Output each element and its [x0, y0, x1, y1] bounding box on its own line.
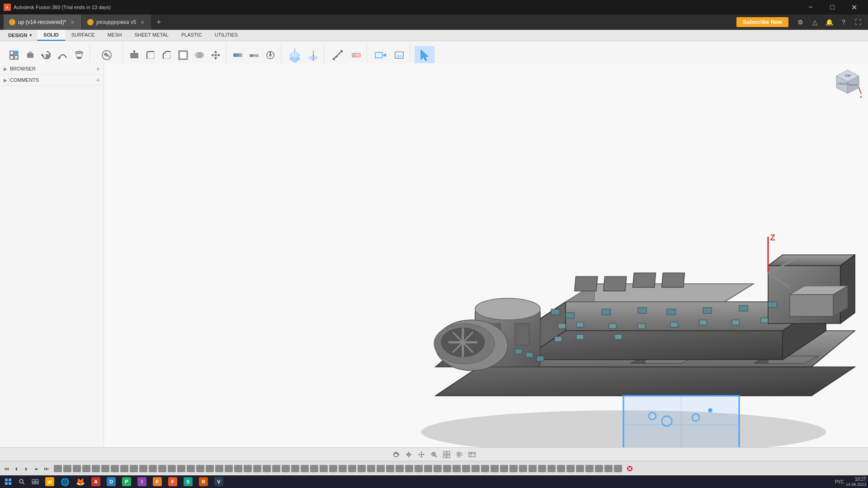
- taskbar-app-2[interactable]: D: [104, 475, 118, 488]
- timeline-icon-24[interactable]: [272, 465, 280, 472]
- as-built-joint-button[interactable]: [246, 48, 262, 62]
- timeline-icon-21[interactable]: [244, 465, 252, 472]
- timeline-icon-52[interactable]: [538, 465, 546, 472]
- timeline-icon-11[interactable]: [149, 465, 157, 472]
- timeline-icon-37[interactable]: [396, 465, 404, 472]
- taskbar-app-4[interactable]: I: [135, 475, 149, 488]
- taskbar-app-chrome[interactable]: 🌐: [58, 475, 72, 488]
- automate-button[interactable]: [97, 46, 117, 64]
- settings-icon[interactable]: ⚙: [794, 16, 807, 28]
- timeline-icon-25[interactable]: [282, 465, 290, 472]
- add-tab-button[interactable]: +: [152, 14, 165, 30]
- timeline-icon-54[interactable]: [557, 465, 565, 472]
- timeline-icon-12[interactable]: [158, 465, 166, 472]
- subscribe-button[interactable]: Subscribe Now: [736, 17, 788, 27]
- viewport[interactable]: Z X TOP RIGHT FRONT: [104, 63, 868, 461]
- ribbon-tab-mesh[interactable]: MESH: [101, 30, 128, 41]
- timeline-play-button[interactable]: ⏵: [22, 464, 31, 473]
- timeline-icon-41[interactable]: [434, 465, 442, 472]
- combine-button[interactable]: [192, 48, 207, 62]
- timeline-icon-28[interactable]: [310, 465, 318, 472]
- timeline-icon-33[interactable]: [358, 465, 366, 472]
- timeline-icon-10[interactable]: [139, 465, 147, 472]
- timeline-icon-27[interactable]: [301, 465, 309, 472]
- ribbon-tab-surface[interactable]: SURFACE: [65, 30, 101, 41]
- ribbon-tab-solid[interactable]: SOLID: [37, 30, 65, 41]
- timeline-icon-16[interactable]: [196, 465, 204, 472]
- orbit-button[interactable]: [391, 449, 401, 460]
- timeline-icon-38[interactable]: [405, 465, 413, 472]
- start-button[interactable]: [2, 475, 14, 488]
- insert-derive-button[interactable]: [371, 46, 391, 64]
- new-component-button[interactable]: +: [6, 48, 22, 62]
- browser-plus-icon[interactable]: +: [96, 65, 100, 72]
- timeline-icon-2[interactable]: [63, 465, 71, 472]
- sidebar-item-browser[interactable]: ▶ BROWSER +: [0, 63, 104, 75]
- timeline-icon-23[interactable]: [263, 465, 271, 472]
- timeline-icon-44[interactable]: [462, 465, 470, 472]
- minimize-button[interactable]: −: [800, 0, 821, 14]
- taskbar-app-7[interactable]: R: [196, 475, 211, 488]
- timeline-icon-22[interactable]: [253, 465, 261, 472]
- chamfer-button[interactable]: [159, 48, 175, 62]
- timeline-prev-button[interactable]: ⏴: [12, 464, 21, 473]
- timeline-icon-47[interactable]: [491, 465, 499, 472]
- shell-button[interactable]: [175, 48, 191, 62]
- timeline-icon-40[interactable]: [424, 465, 432, 472]
- timeline-end-button[interactable]: [625, 464, 634, 473]
- timeline-icon-45[interactable]: [472, 465, 480, 472]
- loft-button[interactable]: [71, 48, 87, 62]
- timeline-icon-14[interactable]: [177, 465, 185, 472]
- revolve-button[interactable]: [39, 48, 54, 62]
- joint-button[interactable]: [230, 48, 245, 62]
- account-icon[interactable]: △: [808, 16, 821, 28]
- timeline-icon-7[interactable]: [111, 465, 119, 472]
- timeline-icon-59[interactable]: [604, 465, 613, 472]
- timeline-icon-55[interactable]: [566, 465, 575, 472]
- sidebar-item-comments[interactable]: ▶ COMMENTS +: [0, 75, 104, 86]
- timeline-icon-32[interactable]: [348, 465, 356, 472]
- timeline-next-button[interactable]: ⏶: [32, 464, 41, 473]
- view-mode-button[interactable]: [441, 449, 452, 460]
- interference-button[interactable]: [349, 48, 364, 62]
- ribbon-tab-plastic[interactable]: PLASTIC: [175, 30, 208, 41]
- timeline-first-button[interactable]: ⏮: [2, 464, 11, 473]
- orientation-cube[interactable]: X TOP RIGHT FRONT: [832, 68, 863, 99]
- timeline-icon-13[interactable]: [168, 465, 176, 472]
- ribbon-tab-utilities[interactable]: UTILITIES: [208, 30, 244, 41]
- design-workspace-dropdown[interactable]: DESIGN ▼: [4, 30, 37, 41]
- taskbar-app-8[interactable]: V: [212, 475, 226, 488]
- timeline-icon-42[interactable]: [443, 465, 451, 472]
- timeline-icon-58[interactable]: [595, 465, 603, 472]
- taskbar-app-explorer[interactable]: 📁: [42, 475, 57, 488]
- timeline-icon-34[interactable]: [367, 465, 375, 472]
- notification-icon[interactable]: 🔔: [823, 16, 835, 28]
- comments-plus-icon[interactable]: +: [96, 76, 100, 84]
- tab-2-close[interactable]: ✕: [139, 19, 146, 26]
- timeline-icon-1[interactable]: [54, 465, 62, 472]
- midplane-button[interactable]: [306, 48, 321, 62]
- select-button[interactable]: [415, 46, 434, 64]
- move-button[interactable]: [208, 48, 223, 62]
- offset-plane-button[interactable]: [285, 46, 305, 64]
- timeline-icon-8[interactable]: [120, 465, 128, 472]
- drive-joints-button[interactable]: [263, 48, 278, 62]
- timeline-icon-29[interactable]: [320, 465, 328, 472]
- taskbar-app-firefox[interactable]: 🦊: [73, 475, 88, 488]
- display-settings-button[interactable]: [467, 449, 477, 460]
- help-icon[interactable]: ?: [837, 16, 850, 28]
- tab-2[interactable]: резцедержка v5 ✕: [82, 14, 152, 30]
- taskbar-app-6[interactable]: S: [181, 475, 195, 488]
- timeline-icon-49[interactable]: [509, 465, 518, 472]
- timeline-icon-60[interactable]: [614, 465, 622, 472]
- timeline-icon-5[interactable]: [92, 465, 100, 472]
- taskbar-app-fusion[interactable]: F: [165, 475, 180, 488]
- timeline-icon-15[interactable]: [187, 465, 195, 472]
- timeline-icon-57[interactable]: [585, 465, 594, 472]
- tab-1-close[interactable]: ✕: [69, 19, 76, 26]
- timeline-icon-31[interactable]: [339, 465, 347, 472]
- close-button[interactable]: ✕: [844, 0, 864, 14]
- language-indicator[interactable]: РУС: [835, 479, 844, 484]
- timeline-icon-9[interactable]: [130, 465, 138, 472]
- canvas-button[interactable]: [392, 48, 407, 62]
